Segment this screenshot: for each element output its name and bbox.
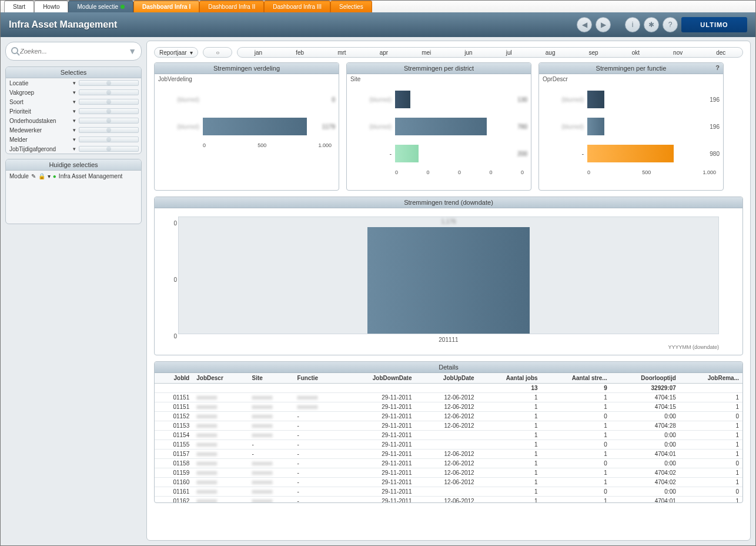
module-value: Infra Asset Management [59,173,122,179]
col-header[interactable]: JobRema... [680,373,742,384]
nav-forward-button[interactable]: ▶ [596,17,611,32]
selecties-title: Selecties [6,67,141,78]
col-header[interactable]: JobDescr [193,373,248,384]
tab-start[interactable]: Start [4,1,34,12]
tab-module-selectie[interactable]: Module selectie [68,1,133,12]
table-row[interactable]: 01151xxxxxxxxxxxxxxxxxxxxx29-11-201112-0… [155,393,742,402]
clear-year-button[interactable]: ○ [203,47,232,58]
selectie-row[interactable]: Medewerker▾ [6,125,141,135]
month-selector[interactable]: janfebmrtaprmeijunjulaugsepoktnovdec [237,47,743,58]
info-button[interactable]: i [625,17,640,32]
details-table: JobIdJobDescrSiteFunctieJobDownDateJobUp… [155,373,742,502]
table-row[interactable]: 01152xxxxxxxxxxxxxx-29-11-201112-06-2012… [155,412,742,421]
month-nov[interactable]: nov [673,49,683,56]
col-header[interactable]: Doorlooptijd [611,373,680,384]
header: Infra Asset Management ◀ ▶ i ✱ ? ULTIMO [1,12,755,37]
selectie-row[interactable]: Locatie▾ [6,78,141,88]
month-aug[interactable]: aug [546,49,556,56]
chart-functie: (blurred)196(blurred)196-98005001.000 [543,86,720,175]
month-okt[interactable]: okt [632,49,640,56]
lock-icon[interactable]: 🔒 [38,173,45,179]
chart-verdeling: (blurred)0(blurred)117905001.000 [158,86,335,148]
dim-label: Site [350,76,360,82]
tab-howto[interactable]: Howto [34,1,68,12]
svg-point-0 [12,48,18,54]
col-header[interactable]: Aantal stre... [541,373,611,384]
tab-dashboard-infra-3[interactable]: Dashboard Infra III [264,1,330,12]
chevron-down-icon[interactable]: ▼ [128,46,136,56]
month-dec[interactable]: dec [716,49,725,56]
table-row[interactable]: 01160xxxxxxxxxxxxxx-29-11-201112-06-2012… [155,478,742,487]
col-header[interactable]: Aantal jobs [478,373,541,384]
month-jul[interactable]: jul [506,49,512,56]
svg-line-1 [17,53,19,55]
page-title: Infra Asset Management [9,19,577,30]
search-box[interactable]: ▼ [5,42,142,61]
help-icon[interactable]: ? [715,64,720,71]
huidige-selecties-panel: Huidige selecties Module ✎ 🔒 ▾ ● Infra A… [5,159,142,224]
selectie-row[interactable]: Vakgroep▾ [6,88,141,97]
trend-sublabel: YYYYMM (downdate) [178,344,719,350]
chart-district: (blurred)130(blurred)780-20000000 [350,86,527,175]
content: Reportjaar ▾ ○ janfebmrtaprmeijunjulaugs… [146,41,751,541]
nav-back-button[interactable]: ◀ [577,17,592,32]
card-details: Details JobIdJobDescrSiteFunctieJobDownD… [154,361,743,503]
trend-xlabel: 201111 [178,337,719,343]
tab-selecties[interactable]: Selecties [330,1,372,12]
col-header[interactable]: JobDownDate [340,373,416,384]
table-row[interactable]: 01153xxxxxxxxxxxxxx-29-11-201112-06-2012… [155,421,742,431]
card-verdeling-title: Stremmingen verdeling [155,63,339,74]
table-row[interactable]: 01158xxxxxxxxxxxxxx-29-11-201112-06-2012… [155,459,742,468]
card-trend-title: Stremmingen trend (downdate) [155,197,742,208]
table-row[interactable]: 01161xxxxxxxxxxxxxx-29-11-2011100:000 [155,487,742,497]
card-district: Stremmingen per district Site (blurred)1… [346,62,531,191]
dim-label: JobVerdeling [158,76,192,82]
table-row[interactable]: 01155xxxxxxx--29-11-2011100:001 [155,440,742,450]
col-header[interactable]: JobUpDate [415,373,477,384]
month-mrt[interactable]: mrt [337,49,346,56]
selectie-row[interactable]: Melder▾ [6,135,141,144]
selectie-row[interactable]: Onderhoudstaken▾ [6,116,141,125]
month-mei[interactable]: mei [422,49,431,56]
selectie-row[interactable]: JobTijdigafgerond▾ [6,144,141,154]
month-jun[interactable]: jun [464,49,472,56]
app-tabs: Start Howto Module selectie Dashboard In… [1,1,755,12]
logo: ULTIMO [681,17,747,32]
sidebar: ▼ Selecties Locatie▾Vakgroep▾Soort▾Prior… [1,37,146,545]
search-icon [11,46,20,56]
selectie-row[interactable]: Soort▾ [6,97,141,106]
month-sep[interactable]: sep [589,49,598,56]
card-trend: Stremmingen trend (downdate) 000 1,176 2… [154,197,743,355]
table-row[interactable]: 01159xxxxxxxxxxxxxx-29-11-201112-06-2012… [155,468,742,478]
module-label: Module [9,173,29,179]
huidige-selecties-title: Huidige selecties [6,159,141,171]
table-row[interactable]: 01162xxxxxxxxxxxxxx-29-11-201112-06-2012… [155,497,742,503]
reportjaar-dropdown[interactable]: Reportjaar ▾ [154,47,198,58]
card-functie-title: Stremmingen per functie? [539,63,723,74]
trend-yaxis: 000 [160,220,177,339]
card-details-title: Details [155,362,742,373]
month-apr[interactable]: apr [380,49,388,56]
settings-button[interactable]: ✱ [644,17,659,32]
col-header[interactable]: Functie [294,373,340,384]
help-button[interactable]: ? [663,17,678,32]
search-input[interactable] [20,48,128,55]
selecties-body: Locatie▾Vakgroep▾Soort▾Prioriteit▾Onderh… [6,78,141,154]
selecties-panel: Selecties Locatie▾Vakgroep▾Soort▾Priorit… [5,66,142,154]
dim-label: OprDescr [543,76,568,82]
status-dot-icon: ● [53,173,56,179]
table-row[interactable]: 01157xxxxxxx--29-11-201112-06-2012114704… [155,450,742,459]
table-row[interactable]: 01154xxxxxxxxxxxxxx-29-11-2011110:001 [155,431,742,440]
selectie-row[interactable]: Prioriteit▾ [6,106,141,116]
month-feb[interactable]: feb [296,49,304,56]
chevron-down-icon[interactable]: ▾ [48,173,51,179]
chart-trend: 1,176 [178,217,719,334]
col-header[interactable]: Site [249,373,294,384]
month-jan[interactable]: jan [255,49,262,56]
tab-dashboard-infra-2[interactable]: Dashboard Infra II [199,1,264,12]
table-row[interactable]: 01151xxxxxxxxxxxxxxxxxxxxx29-11-201112-0… [155,402,742,412]
col-header[interactable]: JobId [155,373,193,384]
tab-dashboard-infra-1[interactable]: Dashboard Infra I [133,1,199,12]
card-district-title: Stremmingen per district [347,63,531,74]
clear-icon[interactable]: ✎ [31,173,36,179]
